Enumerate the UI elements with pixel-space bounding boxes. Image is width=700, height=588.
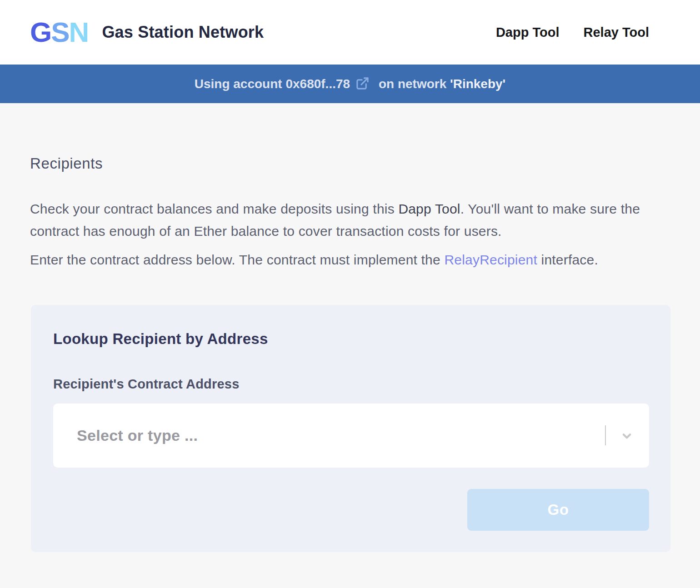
paragraph2-after: interface.: [537, 252, 598, 267]
lookup-card: Lookup Recipient by Address Recipient's …: [31, 305, 670, 552]
contract-address-select[interactable]: Select or type ...: [53, 404, 649, 468]
select-divider: [605, 425, 606, 445]
external-link-icon[interactable]: [355, 76, 370, 94]
network-name: 'Rinkeby': [450, 77, 505, 91]
go-button[interactable]: Go: [467, 489, 649, 531]
account-banner: Using account 0x680f...78 on network 'Ri…: [0, 65, 700, 103]
nav-dapp-tool[interactable]: Dapp Tool: [496, 25, 560, 40]
gsn-logo[interactable]: G S N: [30, 18, 88, 46]
chevron-down-icon[interactable]: [619, 428, 635, 443]
header-nav: Dapp Tool Relay Tool: [496, 25, 649, 40]
page-title: Recipients: [30, 103, 670, 172]
contract-address-label: Recipient's Contract Address: [53, 377, 649, 392]
banner-text-before: Using account: [195, 77, 286, 91]
relay-recipient-link[interactable]: RelayRecipient: [444, 252, 537, 267]
account-address: 0x680f...78: [285, 77, 350, 91]
logo-letter-g: G: [30, 18, 51, 46]
paragraph1-emphasis: Dapp Tool: [398, 201, 460, 216]
select-placeholder: Select or type ...: [77, 427, 198, 444]
intro-paragraph: Check your contract balances and make de…: [30, 198, 670, 242]
instruction-paragraph: Enter the contract address below. The co…: [30, 249, 670, 271]
paragraph1-before: Check your contract balances and make de…: [30, 201, 398, 216]
lookup-card-title: Lookup Recipient by Address: [53, 330, 649, 348]
main-content: Recipients Check your contract balances …: [0, 103, 700, 552]
logo-letter-n: N: [69, 18, 89, 46]
account-address-link[interactable]: 0x680f...78: [285, 75, 375, 93]
app-header: G S N Gas Station Network Dapp Tool Rela…: [0, 0, 700, 65]
logo-letter-s: S: [51, 18, 69, 46]
banner-text-after: on network: [375, 77, 450, 91]
go-button-row: Go: [53, 489, 649, 531]
app-title: Gas Station Network: [102, 23, 264, 42]
paragraph2-before: Enter the contract address below. The co…: [30, 252, 444, 267]
nav-relay-tool[interactable]: Relay Tool: [584, 25, 650, 40]
